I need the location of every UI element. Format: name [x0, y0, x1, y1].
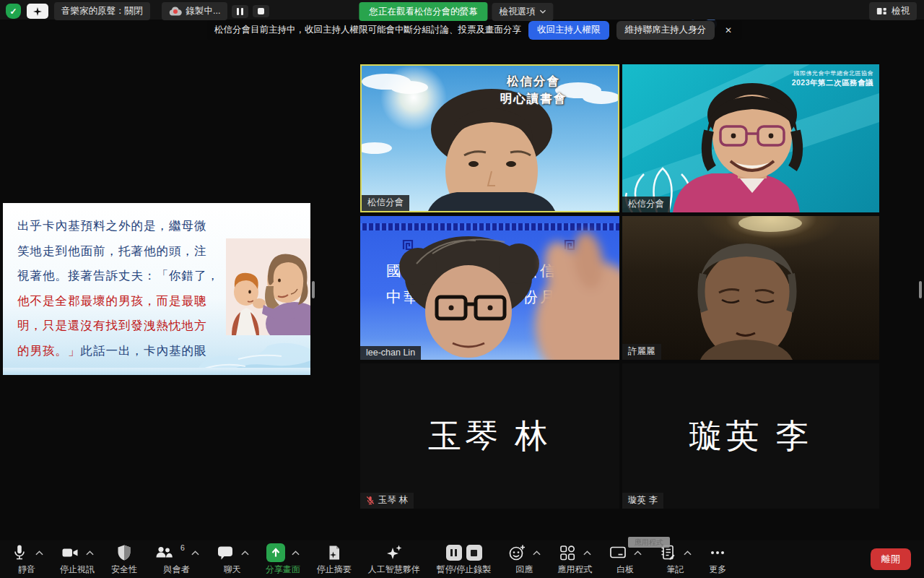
top-bar-left-group: ✓ 音樂家的原聲：關閉 錄製中...: [6, 2, 269, 20]
chevron-up-icon[interactable]: [191, 551, 199, 556]
slide-bottom-strip: [3, 368, 310, 375]
chevron-up-icon[interactable]: [35, 551, 43, 556]
chevron-up-icon[interactable]: [533, 551, 541, 556]
participant-display-name: 璇英 李: [622, 363, 879, 509]
participant-name-tag: 松信分會: [362, 195, 409, 211]
chevron-down-icon: [539, 9, 546, 14]
participant-video-placeholder: [622, 216, 879, 360]
participant-display-name: 玉琴 林: [360, 363, 619, 509]
participant-video-placeholder: [360, 216, 619, 360]
more-button[interactable]: 更多: [708, 543, 727, 576]
keep-cohost-button[interactable]: 維持聯席主持人身分: [616, 21, 715, 40]
slide-text-line: 他不是全郡最壞的男孩，而是最聰: [17, 289, 219, 314]
pause-recording-icon[interactable]: [446, 545, 462, 561]
zoom-meeting-window: ✓ 音樂家的原聲：關閉 錄製中...: [0, 0, 924, 578]
top-bar-right-group: 檢視: [869, 2, 917, 20]
cloud-recording-icon: [169, 7, 182, 16]
mother-and-boy-illustration: [226, 238, 310, 335]
video-tile-1[interactable]: 松信分會 明心讀書會 松信分會: [360, 64, 619, 212]
apps-grid-icon: [558, 543, 577, 562]
reactions-button[interactable]: 回應: [507, 543, 541, 576]
video-tile-6[interactable]: 璇英 李 璇英 李: [622, 363, 879, 509]
chevron-up-icon[interactable]: [634, 551, 642, 556]
chevron-up-icon[interactable]: [583, 551, 591, 556]
chevron-up-icon[interactable]: [86, 551, 94, 556]
video-camera-icon: [61, 543, 79, 562]
muted-mic-icon: [366, 496, 375, 505]
summary-document-icon: [325, 543, 344, 562]
pause-icon: [237, 8, 243, 15]
stop-summary-button[interactable]: 停止摘要: [317, 543, 352, 576]
sparkle-icon: [32, 7, 43, 17]
pause-recording-button[interactable]: [232, 5, 248, 18]
gallery-view-icon: [876, 6, 887, 17]
shared-screen-slide: 出乎卡內基預料之外的是，繼母微笑地走到他面前，托著他的頭，注視著他。接著告訴丈夫…: [3, 203, 310, 375]
pane-resize-handle[interactable]: [312, 281, 315, 298]
shield-icon: [115, 543, 134, 562]
participants-button[interactable]: 6 與會者: [154, 543, 199, 576]
video-tile-4[interactable]: 許麗麗: [622, 216, 879, 360]
share-screen-icon: [266, 543, 285, 562]
ai-companion-button[interactable]: 人工智慧夥伴: [368, 543, 420, 576]
ai-sparkle-icon: [385, 543, 404, 562]
video-corner-text: 國際佛光會中華總會北區協會 2023年第二次區務會議: [792, 69, 873, 88]
top-bar-center-group: 您正在觀看松信分會的螢幕 檢視選項: [359, 2, 553, 21]
pause-stop-recording-button[interactable]: 暫停/停止錄製: [437, 543, 491, 576]
apps-button[interactable]: 應用程式: [557, 543, 592, 576]
slide-text-line: 出乎卡內基預料之外的是，繼母微: [17, 214, 219, 239]
view-options-button[interactable]: 檢視選項: [492, 3, 553, 21]
bottom-toolbar: 靜音 停止視訊 安全性: [0, 540, 924, 578]
recording-indicator[interactable]: 錄製中...: [162, 2, 228, 20]
close-notification-button[interactable]: ✕: [722, 24, 735, 37]
top-bar: ✓ 音樂家的原聲：關閉 錄製中...: [0, 0, 924, 20]
security-check-icon[interactable]: ✓: [6, 4, 21, 19]
stop-video-button[interactable]: 停止視訊: [60, 543, 95, 576]
share-screen-button[interactable]: 分享畫面: [266, 543, 300, 576]
video-tile-5[interactable]: 玉琴 林 玉琴 林: [360, 363, 619, 509]
mute-button[interactable]: 靜音: [10, 543, 43, 576]
more-dots-icon: [708, 543, 727, 562]
original-sound-button[interactable]: 音樂家的原聲：關閉: [54, 2, 150, 20]
notification-message: 松信分會目前主持中，收回主持人權限可能會中斷分組討論、投票及畫面分享: [214, 24, 521, 36]
leave-button[interactable]: 離開: [871, 548, 911, 570]
chat-button[interactable]: 聊天: [216, 543, 249, 576]
host-notification-bar: 松信分會目前主持中，收回主持人權限可能會中斷分組討論、投票及畫面分享 收回主持人…: [207, 20, 742, 40]
slide-text-line: 笑地走到他面前，托著他的頭，注: [17, 239, 219, 264]
tooltip-remnant: 應用程式: [628, 537, 670, 548]
stop-recording-button[interactable]: [253, 5, 269, 17]
video-tile-2[interactable]: 國際佛光會中華總會北區協會 2023年第二次區務會議 松信分會: [622, 64, 879, 212]
chevron-up-icon[interactable]: [684, 551, 692, 556]
whiteboard-icon: [609, 543, 627, 562]
stop-icon: [258, 8, 264, 14]
participant-name-tag: 許麗麗: [622, 344, 661, 360]
video-overlay-text: 松信分會 明心讀書會: [479, 72, 588, 107]
chevron-up-icon[interactable]: [241, 551, 249, 556]
right-edge-handle[interactable]: [919, 281, 922, 298]
slide-text-line: 視著他。接著告訴丈夫：「你錯了，: [17, 264, 219, 289]
participants-icon: [154, 543, 173, 562]
participant-name-tag: 松信分會: [622, 197, 670, 212]
participant-name-tag: lee-chan Lin: [360, 346, 421, 360]
smiley-plus-icon: [507, 543, 526, 562]
microphone-icon: [10, 543, 29, 562]
recording-cluster: 錄製中...: [162, 2, 269, 20]
view-button[interactable]: 檢視: [869, 2, 917, 20]
participant-name-tag: 玉琴 林: [360, 493, 414, 509]
chat-bubble-icon: [216, 543, 235, 562]
ai-companion-sparkle-icon[interactable]: [27, 4, 48, 19]
participant-name-tag: 璇英 李: [622, 493, 663, 509]
viewing-banner: 您正在觀看松信分會的螢幕: [359, 2, 487, 21]
chevron-up-icon[interactable]: [292, 551, 300, 556]
video-tile-3[interactable]: 國際佛光會 中華總會 松信分會 月份月例會: [360, 216, 619, 360]
stop-recording-icon[interactable]: [466, 545, 482, 561]
reclaim-host-button[interactable]: 收回主持人權限: [528, 21, 609, 40]
security-button[interactable]: 安全性: [111, 543, 137, 576]
participants-count-badge: 6: [180, 543, 185, 552]
